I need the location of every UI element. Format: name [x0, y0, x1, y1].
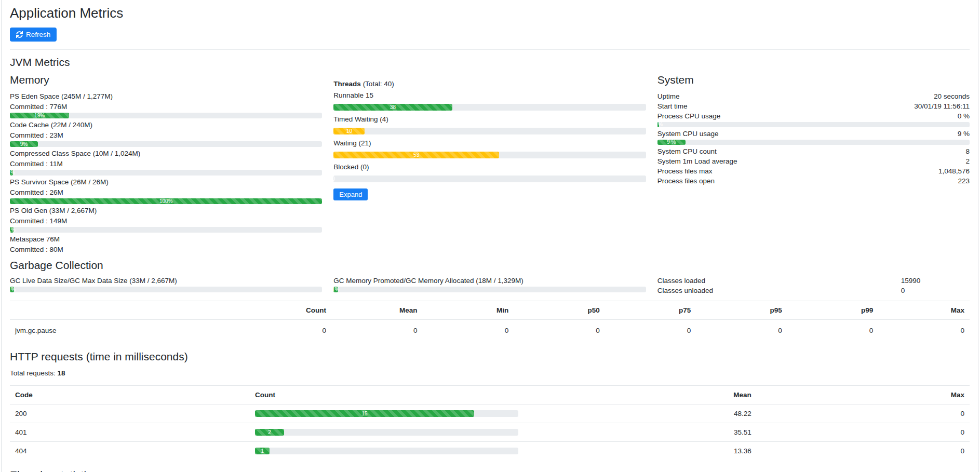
- system-column: System Uptime 20 seconds Start time 30/0…: [657, 73, 970, 255]
- system-row-value: 0 %: [958, 111, 970, 121]
- progress-track: 1%: [333, 287, 646, 292]
- system-row-value: 1,048,576: [938, 166, 970, 176]
- progress-bar-label: 15: [361, 411, 367, 416]
- table-row: 401 2 35.51 0: [10, 423, 970, 442]
- gc-col-min: Min: [423, 301, 514, 320]
- gc-metric-count: 0: [240, 320, 332, 342]
- progress-bar-label: 1%: [8, 287, 16, 292]
- http-table-header-row: Code Count Mean Max: [10, 386, 970, 404]
- system-row: System CPU usage 9 %: [657, 129, 970, 139]
- progress-bar-label: 19%: [34, 113, 45, 118]
- classes-row: Classes loaded 15990: [657, 276, 970, 286]
- progress-track: 1%: [10, 287, 322, 292]
- progress-bar: 10: [333, 128, 365, 134]
- progress-bar-label: 2: [268, 430, 271, 435]
- gc-bar-label: GC Live Data Size/GC Max Data Size (33M …: [10, 276, 322, 286]
- memory-column: Memory PS Eden Space (245M / 1,277M) Com…: [10, 73, 322, 255]
- progress-bar: 9%: [10, 141, 38, 147]
- gc-col-p99: p99: [787, 301, 879, 320]
- gc-col-count: Count: [240, 301, 332, 320]
- http-count-cell: 1: [250, 442, 523, 461]
- gc-metric-p75: 0: [605, 320, 696, 342]
- progress-bar-label: 53: [413, 153, 419, 158]
- progress-bar-label: 10: [346, 129, 352, 134]
- gc-bar-label: GC Memory Promoted/GC Memory Allocated (…: [333, 276, 646, 286]
- system-row: System CPU count 8: [657, 146, 970, 156]
- gc-col-max: Max: [878, 301, 970, 320]
- http-max: 0: [757, 423, 970, 442]
- progress-bar-label: 0 %: [654, 122, 663, 127]
- gc-col-mean: Mean: [331, 301, 423, 320]
- classes-label: Classes unloaded: [657, 286, 901, 295]
- system-row: System 1m Load average 2: [657, 156, 970, 166]
- memory-pool-label: Code Cache (22M / 240M): [10, 120, 322, 130]
- page: Application Metrics Refresh JVM Metrics …: [1, 0, 978, 472]
- jvm-row: Memory PS Eden Space (245M / 1,277M) Com…: [10, 73, 970, 255]
- progress-bar-label: 9%: [20, 142, 28, 147]
- table-row: jvm.gc.pause 0 0 0 0 0 0 0 0: [10, 320, 970, 342]
- memory-entry: Metaspace 76M Committed : 80M: [10, 234, 322, 254]
- gc-classes-column: Classes loaded 15990 Classes unloaded 0: [657, 276, 970, 295]
- http-count-cell: 15: [250, 404, 523, 423]
- progress-track: 9 %: [657, 140, 970, 145]
- memory-committed-label: Committed : 776M: [10, 102, 322, 112]
- system-row-value: 2: [965, 156, 970, 166]
- total-requests-line: Total requests: 18: [10, 368, 970, 378]
- gc-metric-mean: 0: [331, 320, 423, 342]
- progress-track: 1: [255, 448, 518, 454]
- progress-track: 19%: [10, 113, 322, 118]
- threads-title: Threads: [333, 80, 361, 88]
- thread-entry: Blocked (0) 0: [333, 162, 646, 182]
- memory-entry: PS Old Gen (33M / 2,667M) Committed : 14…: [10, 206, 322, 233]
- memory-committed-label: Committed : 23M: [10, 130, 322, 140]
- gc-col-p50: p50: [514, 301, 605, 320]
- system-row: Start time 30/01/19 11:56:11: [657, 101, 970, 111]
- progress-bar: 1%: [333, 287, 338, 292]
- gc-table-header-row: Count Mean Min p50 p75 p95 p99 Max: [10, 301, 970, 320]
- refresh-button[interactable]: Refresh: [10, 28, 57, 42]
- threads-column-inner: Threads (Total: 40) Runnable 15 38 Timed…: [333, 73, 646, 200]
- progress-bar: 0 %: [657, 122, 659, 127]
- progress-bar: 1%: [10, 170, 13, 176]
- progress-track: 0 %: [657, 122, 970, 127]
- thread-state-label: Waiting (21): [333, 138, 646, 148]
- progress-bar-label: 100%: [159, 199, 173, 204]
- system-row: Process CPU usage 0 %: [657, 111, 970, 121]
- memory-entry: PS Survivor Space (26M / 26M) Committed …: [10, 177, 322, 204]
- system-row-label: Process files open: [657, 176, 715, 186]
- threads-column: Threads (Total: 40) Runnable 15 38 Timed…: [333, 73, 646, 255]
- gc-row: GC Live Data Size/GC Max Data Size (33M …: [10, 276, 970, 295]
- classes-row: Classes unloaded 0: [657, 286, 970, 295]
- http-col-count: Count: [250, 386, 523, 404]
- http-col-max: Max: [757, 386, 970, 404]
- divider: [10, 49, 970, 50]
- memory-committed-label: Committed : 26M: [10, 187, 322, 197]
- progress-bar-label: 1%: [332, 287, 339, 292]
- progress-bar: 1: [255, 448, 270, 454]
- memory-title: Memory: [10, 74, 322, 86]
- system-row-value: 30/01/19 11:56:11: [914, 101, 970, 111]
- gc-metrics-table: Count Mean Min p50 p75 p95 p99 Max jvm.g…: [10, 301, 970, 341]
- page-title: Application Metrics: [10, 5, 970, 21]
- system-row-label: Start time: [657, 101, 688, 111]
- system-row-value: 223: [958, 176, 970, 186]
- http-col-mean: Mean: [523, 386, 757, 404]
- http-code: 404: [10, 442, 250, 461]
- progress-track: 1%: [10, 170, 322, 176]
- gc-col-blank: [10, 301, 240, 320]
- memory-pool-label: PS Eden Space (245M / 1,277M): [10, 91, 322, 101]
- progress-bar-label: 1: [261, 449, 264, 454]
- progress-track: 100%: [10, 198, 322, 204]
- expand-button[interactable]: Expand: [333, 188, 368, 200]
- system-row-value: 9 %: [958, 129, 970, 139]
- classes-value: 0: [901, 286, 905, 295]
- gc-memory-promoted-column: GC Memory Promoted/GC Memory Allocated (…: [333, 276, 646, 295]
- progress-bar: 1%: [10, 227, 14, 233]
- refresh-button-label: Refresh: [26, 31, 50, 38]
- system-row-label: Process files max: [657, 166, 713, 176]
- http-count-cell: 2: [250, 423, 523, 442]
- progress-bar: 53: [333, 152, 499, 158]
- classes-value: 15990: [901, 276, 921, 286]
- system-row-value: 20 seconds: [934, 91, 970, 101]
- system-row: Process files max 1,048,576: [657, 166, 970, 176]
